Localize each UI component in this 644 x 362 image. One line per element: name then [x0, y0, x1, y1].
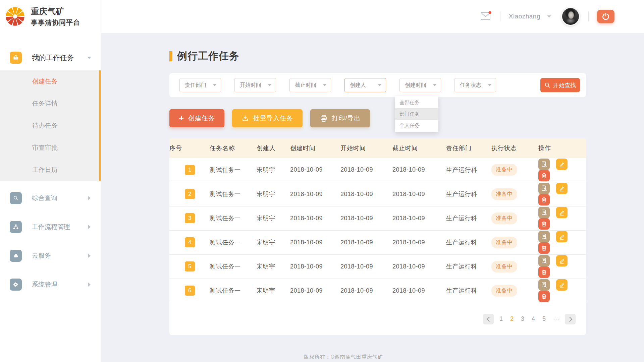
task-name-cell: 测试任务一 — [210, 279, 257, 303]
delete-task-button[interactable] — [538, 194, 550, 205]
column-header: 创建人 — [257, 138, 290, 158]
edit-task-button[interactable] — [556, 159, 568, 170]
filter-select[interactable]: 任务状态 — [454, 78, 496, 92]
sidebar-subitem[interactable]: 待办任务 — [0, 115, 99, 137]
batch-import-button[interactable]: 批量导入任务 — [232, 109, 303, 127]
delete-task-button[interactable] — [538, 170, 550, 181]
edit-task-button[interactable] — [556, 207, 568, 218]
search-button[interactable]: 开始查找 — [540, 78, 580, 92]
search-icon — [544, 82, 550, 88]
edit-pencil-icon — [558, 233, 565, 240]
brand-title: 重庆气矿 — [31, 6, 80, 17]
task-name-cell: 测试任务一 — [210, 254, 257, 279]
dropdown-option[interactable]: 全部任务 — [395, 97, 438, 108]
filter-select[interactable]: 创建人 — [344, 78, 386, 92]
page-number[interactable]: 5 — [540, 315, 548, 322]
logout-power-button[interactable] — [597, 10, 614, 23]
next-page-button[interactable] — [565, 314, 576, 324]
page-number[interactable]: 4 — [530, 315, 537, 322]
edit-task-button[interactable] — [556, 279, 568, 291]
edit-task-button[interactable] — [556, 183, 568, 194]
create-task-button[interactable]: + 创建任务 — [169, 109, 224, 127]
sidebar-group-system[interactable]: 系统管理 — [0, 273, 101, 296]
view-document-icon — [541, 282, 547, 288]
delete-task-button[interactable] — [538, 242, 550, 254]
chevron-down-icon[interactable] — [547, 15, 551, 18]
department-cell: 生产运行科 — [446, 206, 491, 230]
task-name-cell: 测试任务一 — [210, 206, 257, 230]
view-task-button[interactable] — [538, 255, 550, 266]
sidebar-group-label: 综合查询 — [32, 194, 57, 202]
topbar-divider — [588, 11, 589, 21]
sidebar-group-my-tasks[interactable]: 我的工作任务 — [0, 45, 101, 70]
topbar-divider — [500, 11, 500, 21]
status-badge: 准备中 — [491, 164, 517, 176]
previous-page-button[interactable] — [483, 314, 494, 324]
sidebar-group-label: 云服务 — [32, 251, 51, 260]
table-row: 2 测试任务一 宋明宇 2018-10-09 2018-10-09 2018-1… — [169, 182, 586, 206]
sidebar-subitem[interactable]: 任务详情 — [0, 93, 99, 115]
view-task-button[interactable] — [538, 159, 550, 170]
dropdown-option[interactable]: 个人任务 — [395, 120, 438, 131]
filter-select[interactable]: 开始时间 — [234, 78, 276, 92]
status-badge: 准备中 — [491, 261, 517, 273]
view-document-icon — [541, 257, 547, 264]
creator-cell: 宋明宇 — [257, 158, 290, 182]
brand: 重庆气矿 事事清协同平台 — [0, 0, 101, 33]
dropdown-option[interactable]: 部门任务 — [395, 108, 438, 120]
creator-cell: 宋明宇 — [257, 182, 290, 206]
delete-task-button[interactable] — [538, 291, 550, 302]
end-date-cell: 2018-10-09 — [392, 254, 446, 279]
username[interactable]: Xiaozhang — [509, 13, 540, 20]
brand-subtitle: 事事清协同平台 — [31, 18, 80, 27]
page-number[interactable]: ··· — [551, 315, 561, 322]
trash-icon — [541, 221, 547, 227]
filter-selects: 责任部门 开始时间 截止时间 创建人 — [179, 78, 509, 92]
department-cell: 生产运行科 — [446, 158, 491, 182]
edit-task-button[interactable] — [556, 255, 568, 266]
row-number-badge: 1 — [185, 165, 195, 175]
import-icon — [241, 115, 249, 122]
sidebar-subitem[interactable]: 工作日历 — [0, 159, 99, 181]
page-number[interactable]: 2 — [508, 315, 516, 322]
end-date-cell: 2018-10-09 — [392, 158, 446, 182]
column-header: 序号 — [169, 138, 210, 158]
task-table: 序号任务名称创建人创建时间开始时间截止时间责任部门执行状态操作 1 测试任务一 … — [169, 138, 586, 303]
filter-bar: 责任部门 开始时间 截止时间 创建人 — [169, 73, 586, 97]
filter-select[interactable]: 责任部门 — [179, 78, 221, 92]
print-export-button[interactable]: 打印/导出 — [310, 109, 370, 127]
edit-pencil-icon — [558, 282, 565, 288]
view-task-button[interactable] — [538, 183, 550, 194]
trash-icon — [541, 293, 547, 300]
view-task-button[interactable] — [538, 231, 550, 242]
status-badge: 准备中 — [491, 188, 517, 200]
sidebar-group-search[interactable]: 综合查询 — [0, 186, 101, 210]
task-name-cell: 测试任务一 — [210, 182, 257, 206]
delete-task-button[interactable] — [538, 266, 550, 278]
sidebar-subitem[interactable]: 审查审批 — [0, 137, 99, 159]
gear-icon — [10, 279, 22, 291]
filter-select[interactable]: 创建时间 — [399, 78, 441, 92]
sidebar-group-workflow[interactable]: 工作流程管理 — [0, 215, 101, 239]
row-number-badge: 6 — [185, 286, 195, 296]
view-task-button[interactable] — [538, 207, 550, 218]
table-header-row: 序号任务名称创建人创建时间开始时间截止时间责任部门执行状态操作 — [169, 138, 586, 158]
avatar[interactable] — [561, 7, 580, 26]
chevron-down-icon — [433, 84, 436, 86]
filter-select[interactable]: 截止时间 — [289, 78, 331, 92]
delete-task-button[interactable] — [538, 218, 550, 230]
chevron-down-icon — [268, 84, 271, 86]
edit-task-button[interactable] — [556, 231, 568, 242]
table-row: 3 测试任务一 宋明宇 2018-10-09 2018-10-09 2018-1… — [169, 206, 586, 230]
status-badge: 准备中 — [491, 213, 517, 224]
creator-cell: 宋明宇 — [257, 230, 290, 254]
page-number[interactable]: 3 — [519, 315, 526, 322]
sidebar-group-cloud[interactable]: 云服务 — [0, 244, 101, 267]
sidebar-subitem[interactable]: 创建任务 — [0, 70, 99, 93]
petrochina-logo-icon — [5, 7, 25, 26]
chevron-right-icon — [88, 283, 91, 287]
mail-icon[interactable] — [480, 11, 492, 22]
view-task-button[interactable] — [538, 279, 550, 291]
page-title: 例行工作任务 — [169, 49, 239, 63]
page-number[interactable]: 1 — [497, 315, 505, 322]
